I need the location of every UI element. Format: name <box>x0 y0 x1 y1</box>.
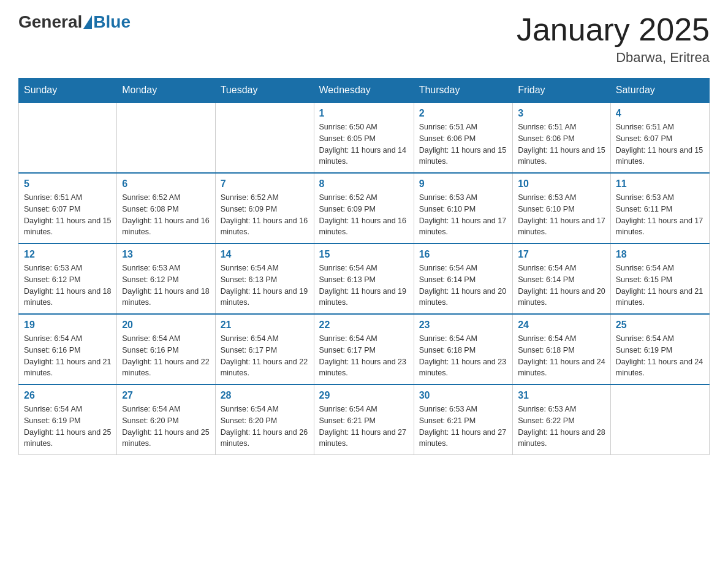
calendar-cell: 23Sunrise: 6:54 AMSunset: 6:18 PMDayligh… <box>414 314 512 385</box>
calendar-cell: 2Sunrise: 6:51 AMSunset: 6:06 PMDaylight… <box>414 102 512 173</box>
day-number: 28 <box>221 390 309 401</box>
calendar-cell: 29Sunrise: 6:54 AMSunset: 6:21 PMDayligh… <box>314 385 414 455</box>
day-number: 10 <box>518 178 605 190</box>
day-number: 6 <box>122 178 210 190</box>
day-info: Sunrise: 6:54 AMSunset: 6:20 PMDaylight:… <box>122 404 210 450</box>
day-number: 29 <box>319 390 409 401</box>
day-number: 9 <box>419 178 507 190</box>
day-number: 21 <box>221 320 309 331</box>
day-header-monday: Monday <box>117 79 215 103</box>
calendar-cell: 9Sunrise: 6:53 AMSunset: 6:10 PMDaylight… <box>414 173 512 243</box>
calendar-cell: 11Sunrise: 6:53 AMSunset: 6:11 PMDayligh… <box>610 173 709 243</box>
day-info: Sunrise: 6:53 AMSunset: 6:22 PMDaylight:… <box>518 404 605 450</box>
day-number: 3 <box>518 108 605 119</box>
calendar-cell: 31Sunrise: 6:53 AMSunset: 6:22 PMDayligh… <box>513 385 611 455</box>
day-info: Sunrise: 6:54 AMSunset: 6:14 PMDaylight:… <box>518 262 605 308</box>
calendar-cell: 13Sunrise: 6:53 AMSunset: 6:12 PMDayligh… <box>117 243 215 314</box>
calendar-cell: 21Sunrise: 6:54 AMSunset: 6:17 PMDayligh… <box>215 314 314 385</box>
title-area: January 2025 Dbarwa, Eritrea <box>517 12 710 66</box>
day-number: 13 <box>122 249 210 260</box>
day-info: Sunrise: 6:53 AMSunset: 6:10 PMDaylight:… <box>419 192 507 238</box>
header: General Blue January 2025 Dbarwa, Eritre… <box>18 12 710 66</box>
calendar-cell: 25Sunrise: 6:54 AMSunset: 6:19 PMDayligh… <box>610 314 709 385</box>
calendar-cell: 18Sunrise: 6:54 AMSunset: 6:15 PMDayligh… <box>610 243 709 314</box>
day-info: Sunrise: 6:54 AMSunset: 6:20 PMDaylight:… <box>221 404 309 450</box>
calendar-cell: 19Sunrise: 6:54 AMSunset: 6:16 PMDayligh… <box>19 314 117 385</box>
day-header-saturday: Saturday <box>610 79 709 103</box>
week-row-2: 5Sunrise: 6:51 AMSunset: 6:07 PMDaylight… <box>19 173 710 243</box>
day-number: 12 <box>24 249 112 260</box>
logo-blue-part: Blue <box>82 12 131 32</box>
day-info: Sunrise: 6:52 AMSunset: 6:09 PMDaylight:… <box>221 192 309 238</box>
day-info: Sunrise: 6:54 AMSunset: 6:13 PMDaylight:… <box>319 262 409 308</box>
day-info: Sunrise: 6:54 AMSunset: 6:16 PMDaylight:… <box>24 333 112 379</box>
day-number: 25 <box>616 320 704 331</box>
logo-general-text: General <box>18 12 82 32</box>
calendar-table: SundayMondayTuesdayWednesdayThursdayFrid… <box>18 78 710 455</box>
calendar-cell <box>215 102 314 173</box>
day-info: Sunrise: 6:51 AMSunset: 6:06 PMDaylight:… <box>518 121 605 167</box>
calendar-cell <box>117 102 215 173</box>
day-number: 2 <box>419 108 507 119</box>
calendar-cell: 6Sunrise: 6:52 AMSunset: 6:08 PMDaylight… <box>117 173 215 243</box>
day-number: 20 <box>122 320 210 331</box>
calendar-cell: 3Sunrise: 6:51 AMSunset: 6:06 PMDaylight… <box>513 102 611 173</box>
day-info: Sunrise: 6:52 AMSunset: 6:09 PMDaylight:… <box>319 192 409 238</box>
calendar-cell: 30Sunrise: 6:53 AMSunset: 6:21 PMDayligh… <box>414 385 512 455</box>
day-info: Sunrise: 6:50 AMSunset: 6:05 PMDaylight:… <box>319 121 409 167</box>
day-header-wednesday: Wednesday <box>314 79 414 103</box>
calendar-cell <box>19 102 117 173</box>
day-number: 23 <box>419 320 507 331</box>
calendar-cell: 16Sunrise: 6:54 AMSunset: 6:14 PMDayligh… <box>414 243 512 314</box>
calendar-cell: 10Sunrise: 6:53 AMSunset: 6:10 PMDayligh… <box>513 173 611 243</box>
month-title: January 2025 <box>517 12 710 47</box>
day-info: Sunrise: 6:54 AMSunset: 6:13 PMDaylight:… <box>221 262 309 308</box>
day-number: 22 <box>319 320 409 331</box>
day-number: 31 <box>518 390 605 401</box>
week-row-4: 19Sunrise: 6:54 AMSunset: 6:16 PMDayligh… <box>19 314 710 385</box>
day-info: Sunrise: 6:52 AMSunset: 6:08 PMDaylight:… <box>122 192 210 238</box>
day-header-thursday: Thursday <box>414 79 512 103</box>
day-info: Sunrise: 6:53 AMSunset: 6:10 PMDaylight:… <box>518 192 605 238</box>
day-number: 15 <box>319 249 409 260</box>
day-info: Sunrise: 6:54 AMSunset: 6:14 PMDaylight:… <box>419 262 507 308</box>
day-number: 19 <box>24 320 112 331</box>
day-number: 26 <box>24 390 112 401</box>
day-info: Sunrise: 6:54 AMSunset: 6:16 PMDaylight:… <box>122 333 210 379</box>
day-info: Sunrise: 6:54 AMSunset: 6:18 PMDaylight:… <box>518 333 605 379</box>
calendar-cell: 27Sunrise: 6:54 AMSunset: 6:20 PMDayligh… <box>117 385 215 455</box>
day-info: Sunrise: 6:53 AMSunset: 6:12 PMDaylight:… <box>122 262 210 308</box>
day-number: 5 <box>24 178 112 190</box>
day-number: 1 <box>319 108 409 119</box>
day-number: 24 <box>518 320 605 331</box>
day-number: 30 <box>419 390 507 401</box>
day-info: Sunrise: 6:51 AMSunset: 6:07 PMDaylight:… <box>616 121 704 167</box>
week-row-1: 1Sunrise: 6:50 AMSunset: 6:05 PMDaylight… <box>19 102 710 173</box>
calendar-cell: 5Sunrise: 6:51 AMSunset: 6:07 PMDaylight… <box>19 173 117 243</box>
logo: General Blue <box>18 12 131 32</box>
calendar-cell: 26Sunrise: 6:54 AMSunset: 6:19 PMDayligh… <box>19 385 117 455</box>
calendar-cell: 24Sunrise: 6:54 AMSunset: 6:18 PMDayligh… <box>513 314 611 385</box>
day-number: 18 <box>616 249 704 260</box>
day-info: Sunrise: 6:54 AMSunset: 6:17 PMDaylight:… <box>221 333 309 379</box>
day-number: 14 <box>221 249 309 260</box>
calendar-cell: 7Sunrise: 6:52 AMSunset: 6:09 PMDaylight… <box>215 173 314 243</box>
day-number: 8 <box>319 178 409 190</box>
calendar-cell: 12Sunrise: 6:53 AMSunset: 6:12 PMDayligh… <box>19 243 117 314</box>
day-info: Sunrise: 6:54 AMSunset: 6:15 PMDaylight:… <box>616 262 704 308</box>
day-number: 16 <box>419 249 507 260</box>
logo-blue-text: Blue <box>93 12 131 32</box>
day-info: Sunrise: 6:51 AMSunset: 6:06 PMDaylight:… <box>419 121 507 167</box>
calendar-cell: 28Sunrise: 6:54 AMSunset: 6:20 PMDayligh… <box>215 385 314 455</box>
calendar-cell: 4Sunrise: 6:51 AMSunset: 6:07 PMDaylight… <box>610 102 709 173</box>
day-info: Sunrise: 6:54 AMSunset: 6:19 PMDaylight:… <box>616 333 704 379</box>
day-number: 4 <box>616 108 704 119</box>
day-number: 7 <box>221 178 309 190</box>
calendar-cell: 8Sunrise: 6:52 AMSunset: 6:09 PMDaylight… <box>314 173 414 243</box>
day-info: Sunrise: 6:53 AMSunset: 6:12 PMDaylight:… <box>24 262 112 308</box>
day-header-tuesday: Tuesday <box>215 79 314 103</box>
calendar-cell: 17Sunrise: 6:54 AMSunset: 6:14 PMDayligh… <box>513 243 611 314</box>
day-info: Sunrise: 6:54 AMSunset: 6:21 PMDaylight:… <box>319 404 409 450</box>
calendar-cell: 1Sunrise: 6:50 AMSunset: 6:05 PMDaylight… <box>314 102 414 173</box>
week-row-5: 26Sunrise: 6:54 AMSunset: 6:19 PMDayligh… <box>19 385 710 455</box>
